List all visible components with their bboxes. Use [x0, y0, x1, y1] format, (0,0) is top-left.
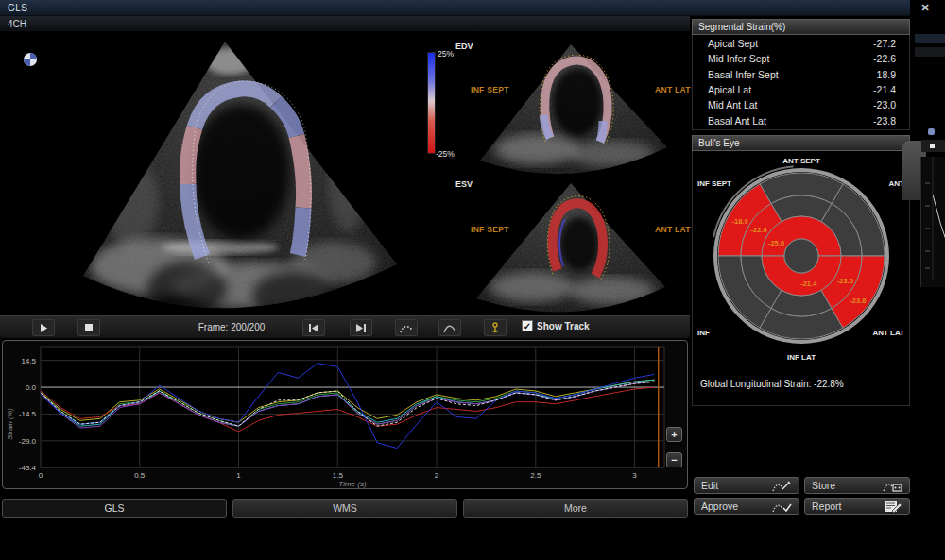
- bulls-eye-value: -21.4: [800, 280, 817, 288]
- x-tick-label: 0: [39, 471, 43, 480]
- dotted-curve-icon: [399, 322, 414, 333]
- close-icon[interactable]: ✕: [917, 1, 934, 14]
- segmental-strain-header: Segmental Strain(%): [692, 19, 910, 35]
- chart-zoom-out-button[interactable]: −: [666, 452, 682, 467]
- window-titlebar: GLS: [0, 0, 910, 16]
- approve-button-label: Approve: [701, 501, 738, 512]
- segment-value: -27.2: [873, 38, 896, 49]
- segment-strain-row: Mid Infer Sept-22.6: [693, 53, 909, 64]
- next-frame-button[interactable]: [350, 319, 372, 336]
- prev-frame-button[interactable]: [302, 319, 325, 336]
- bulls-eye-value: -23.8: [850, 297, 866, 305]
- edv-label: EDV: [455, 42, 473, 51]
- edit-curve-icon: [771, 480, 792, 492]
- store-button[interactable]: Store: [804, 477, 910, 494]
- edit-button[interactable]: Edit: [694, 477, 799, 494]
- y-axis-title: Strain (%): [6, 408, 14, 440]
- esv-echo-view: [452, 176, 690, 317]
- esv-inf-sept-label: INF SEPT: [471, 225, 509, 234]
- view-label: 4CH: [8, 19, 26, 29]
- segment-strain-row: Apical Sept-27.2: [693, 38, 909, 49]
- strain-colorbar: [427, 52, 436, 154]
- tab-wms[interactable]: WMS: [232, 499, 457, 518]
- background-probe-icon-sliver: [928, 128, 935, 135]
- strain-chart: 14.50.0-14.5-29.0-43.400.511.522.53Time …: [3, 341, 687, 488]
- store-button-label: Store: [812, 480, 835, 491]
- prev-frame-icon: [309, 324, 318, 332]
- segment-strain-row: Basal Infer Sept-18.9: [693, 69, 909, 80]
- stop-icon: [85, 324, 93, 331]
- frame-counter: Frame: 200/200: [184, 316, 279, 339]
- segmental-strain-table: Apical Sept-27.2Mid Infer Sept-22.6Basal…: [692, 35, 910, 130]
- y-tick-label: -29.0: [19, 437, 37, 446]
- show-track-checkbox[interactable]: ✓ Show Track: [522, 320, 590, 331]
- anchor-tool-button[interactable]: [484, 319, 507, 336]
- report-button-label: Report: [812, 501, 842, 512]
- segment-name: Apical Lat: [708, 84, 751, 95]
- y-tick-label: -14.5: [19, 410, 37, 418]
- playback-toolbar: Frame: 200/200 ✓ Show Track: [0, 315, 690, 338]
- background-mini-toolbar: [921, 140, 945, 152]
- esv-label: ESV: [455, 179, 472, 189]
- play-button[interactable]: [32, 319, 55, 336]
- x-tick-label: 3: [632, 471, 637, 480]
- bulls-eye-header: Bull's Eye: [692, 135, 910, 151]
- bulls-eye-plot: -18.9-23.8-22.6-23.0-25.0-21.4ANT SEPTIN…: [693, 151, 909, 372]
- bulls-eye-panel: -18.9-23.8-22.6-23.0-25.0-21.4ANT SEPTIN…: [692, 151, 910, 406]
- y-tick-label: -43.4: [19, 464, 37, 472]
- background-window-bar-sliver: [915, 47, 945, 57]
- background-mini-chart: [920, 157, 945, 287]
- segment-strain-row: Apical Lat-21.4: [693, 84, 909, 95]
- global-strain-value: Global Longitudinal Strain: -22.8%: [700, 379, 844, 389]
- main-echo-view-4ch: [17, 28, 425, 317]
- dotted-curve-tool-button[interactable]: [395, 319, 418, 336]
- bulls-eye-title: Bull's Eye: [698, 138, 740, 148]
- gls-window: GLS ✕ 4CH: [0, 0, 945, 560]
- edv-inf-sept-label: INF SEPT: [471, 85, 509, 94]
- segment-name: Mid Infer Sept: [708, 53, 769, 64]
- tab-more[interactable]: More: [463, 499, 688, 518]
- edit-button-label: Edit: [701, 480, 718, 491]
- solid-curve-icon: [442, 322, 457, 333]
- esv-ant-lat-label: ANT LAT: [655, 225, 691, 234]
- play-icon: [40, 324, 47, 332]
- next-frame-icon: [356, 324, 366, 332]
- bulls-eye-direction-label: ANT LAT: [872, 329, 904, 337]
- stop-button[interactable]: [77, 319, 100, 336]
- bulls-eye-direction-label: INF LAT: [787, 353, 816, 362]
- segment-value: -22.6: [873, 53, 896, 64]
- background-stop-icon: [930, 144, 935, 148]
- y-tick-label: 14.5: [21, 357, 36, 365]
- show-track-label: Show Track: [537, 321, 590, 331]
- bulls-eye-direction-label: INF: [697, 329, 710, 337]
- probe-orientation-icon: [24, 53, 37, 66]
- segment-name: Apical Sept: [708, 38, 758, 49]
- segment-value: -18.9: [873, 69, 896, 80]
- bulls-eye-value: -25.0: [768, 239, 784, 247]
- segment-value: -23.0: [873, 99, 896, 110]
- tab-gls[interactable]: GLS: [2, 499, 227, 518]
- report-icon: [884, 500, 902, 513]
- segment-value: -23.8: [873, 115, 896, 127]
- bulls-eye-value: -22.6: [750, 226, 766, 234]
- report-button[interactable]: Report: [804, 498, 910, 515]
- x-axis-title: Time (s): [338, 480, 367, 488]
- segment-value: -21.4: [873, 84, 896, 95]
- segment-name: Basal Infer Sept: [708, 69, 779, 80]
- x-tick-label: 2.5: [530, 471, 541, 480]
- approve-button[interactable]: Approve: [694, 498, 799, 515]
- chart-zoom-in-button[interactable]: +: [666, 427, 682, 442]
- bulls-eye-direction-label: ANT SEPT: [782, 157, 820, 165]
- checkbox-check-icon: ✓: [522, 320, 533, 331]
- solid-curve-tool-button[interactable]: [438, 319, 461, 336]
- segment-strain-row: Mid Ant Lat-23.0: [693, 99, 909, 110]
- segment-strain-row: Basal Ant Lat-23.8: [693, 115, 909, 127]
- anchor-icon: [490, 322, 500, 333]
- y-tick-label: 0.0: [26, 383, 37, 392]
- edv-echo-view: [452, 36, 690, 176]
- approve-curve-icon: [771, 501, 792, 513]
- segment-name: Basal Ant Lat: [708, 115, 766, 127]
- window-title: GLS: [0, 3, 28, 13]
- background-window-titlebar-sliver: [915, 34, 945, 43]
- edv-ant-lat-label: ANT LAT: [655, 85, 691, 94]
